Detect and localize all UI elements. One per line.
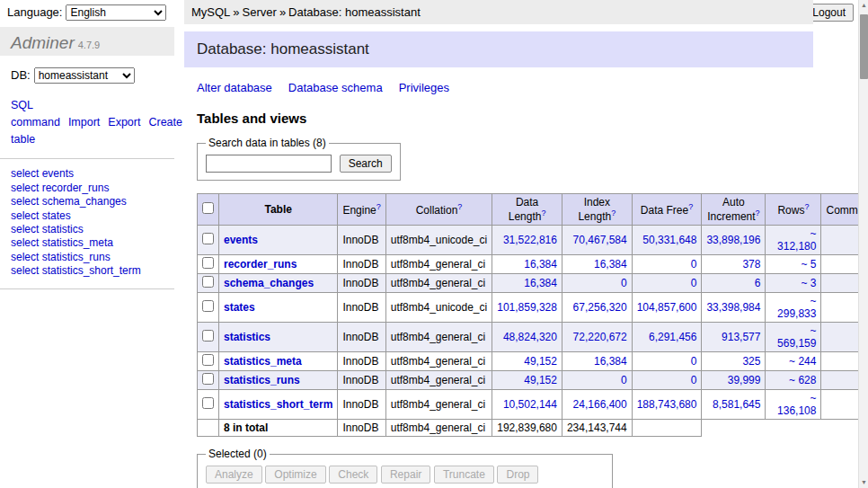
data-free-link[interactable]: 104,857,600 [637,301,697,314]
sidebar-action-sql-command[interactable]: SQL command [11,99,60,129]
help-link[interactable]: ? [541,209,545,217]
help-link[interactable]: ? [688,202,693,211]
scroll-up-arrow[interactable]: ▲ [859,0,868,11]
checkbox-cell [198,255,219,274]
row-checkbox-states[interactable] [202,300,214,312]
rows-count-link[interactable]: ~ 5 [801,258,816,271]
data-length-link[interactable]: 48,824,320 [503,331,557,343]
row-checkbox-statistics[interactable] [202,330,214,342]
help-link[interactable]: ? [756,209,760,217]
table-link-statistics[interactable]: statistics [224,331,270,343]
table-name-cell: recorder_runs [219,255,338,274]
data-length-link[interactable]: 16,384 [524,258,557,271]
auto-increment-link[interactable]: 33,898,196 [706,234,760,246]
table-link-statistics-runs[interactable]: statistics_runs [224,374,300,386]
data-free-link[interactable]: 0 [691,374,697,386]
help-link[interactable]: ? [804,202,809,211]
rows-count-link[interactable]: ~ 628 [789,374,816,386]
auto-increment-link[interactable]: 378 [742,258,760,271]
language-label: Language: [7,5,62,19]
auto-increment-cell: 325 [702,352,766,371]
row-checkbox-schema-changes[interactable] [202,276,214,288]
data-free-link[interactable]: 0 [691,355,697,368]
index-length-link[interactable]: 67,256,320 [573,301,627,314]
rows-count-link[interactable]: ~ 3 [801,277,816,289]
sidebar-action-import[interactable]: Import [68,116,100,129]
table-link-schema-changes[interactable]: schema_changes [224,277,314,289]
index-length-link[interactable]: 0 [621,277,627,289]
index-length-link[interactable]: 0 [621,374,627,386]
data-length-link[interactable]: 16,384 [524,277,557,289]
data-length-link[interactable]: 49,152 [524,374,557,386]
auto-increment-link[interactable]: 39,999 [728,374,761,386]
help-link[interactable]: ? [457,202,462,211]
scrollbar[interactable]: ▲ ▼ [858,0,868,488]
auto-increment-link[interactable]: 913,577 [722,331,760,343]
rows-count-link[interactable]: ~ 299,833 [777,295,816,320]
index-length-link[interactable]: 16,384 [594,258,627,271]
index-length-link[interactable]: 70,467,584 [573,234,627,246]
total-checkbox-cell [198,420,219,437]
index-length-link[interactable]: 16,384 [594,355,627,368]
selected-legend: Selected (0) [206,448,270,460]
select-all-checkbox[interactable] [202,202,214,214]
data-free-link[interactable]: 188,743,680 [637,398,697,411]
data-free-link[interactable]: 50,331,648 [642,234,696,246]
language-select[interactable]: English [66,4,166,21]
rows-count-cell: ~ 244 [766,352,821,371]
db-select[interactable]: homeassistant [34,67,135,84]
auto-increment-link[interactable]: 33,398,984 [706,301,760,314]
table-link-recorder-runs[interactable]: recorder_runs [224,258,297,271]
auto-increment-link[interactable]: 6 [755,277,761,289]
select-statistics-runs-link[interactable]: select statistics_runs [11,251,164,264]
row-checkbox-statistics-short-term[interactable] [202,397,214,409]
data-length-link[interactable]: 101,859,328 [497,301,557,314]
app-version[interactable]: 4.7.9 [78,40,100,50]
select-statistics-short-term-link[interactable]: select statistics_short_term [11,264,164,278]
data-free-link[interactable]: 0 [691,258,697,271]
app-name[interactable]: Adminer [11,33,75,52]
select-recorder-runs-link[interactable]: select recorder_runs [11,182,164,195]
select-statistics-meta-link[interactable]: select statistics_meta [11,236,164,250]
row-checkbox-recorder-runs[interactable] [202,257,214,269]
data-length-link[interactable]: 10,502,144 [503,398,557,411]
alter-database-link[interactable]: Alter database [197,81,272,94]
select-states-link[interactable]: select states [11,209,164,223]
row-checkbox-events[interactable] [202,233,214,244]
select-statistics-link[interactable]: select statistics [11,223,164,236]
breadcrumb-server[interactable]: Server [243,5,277,19]
rows-count-link[interactable]: ~ 136,108 [777,392,816,417]
auto-increment-link[interactable]: 8,581,645 [713,398,760,411]
index-length-link[interactable]: 72,220,672 [573,331,627,343]
data-free-link[interactable]: 0 [691,277,697,289]
checkbox-cell [198,371,219,390]
row-checkbox-statistics-meta[interactable] [202,354,214,366]
table-link-states[interactable]: states [224,301,255,314]
scroll-down-arrow[interactable]: ▼ [859,477,868,488]
breadcrumb-mysql[interactable]: MySQL [191,5,230,19]
database-schema-link[interactable]: Database schema [288,81,383,94]
help-link[interactable]: ? [611,209,616,217]
privileges-link[interactable]: Privileges [399,81,449,94]
data-length-link[interactable]: 49,152 [524,355,557,368]
data-length-link[interactable]: 31,522,816 [503,234,557,246]
rows-count-link[interactable]: ~ 244 [789,355,816,368]
rows-count-link[interactable]: ~ 312,180 [777,227,816,253]
auto-increment-link[interactable]: 325 [742,355,760,368]
table-link-statistics-meta[interactable]: statistics_meta [224,355,302,368]
rows-count-link[interactable]: ~ 569,159 [777,324,816,350]
table-link-events[interactable]: events [224,234,258,246]
index-length-link[interactable]: 24,166,400 [573,398,627,411]
data-free-link[interactable]: 6,291,456 [649,331,696,343]
sidebar-action-export[interactable]: Export [108,116,140,129]
table-link-statistics-short-term[interactable]: statistics_short_term [224,398,332,411]
search-fieldset: Search data in tables (8) Search [197,137,401,181]
search-button[interactable]: Search [340,155,392,173]
engine-cell: InnoDB [338,274,385,293]
scroll-thumb[interactable] [860,14,868,79]
row-checkbox-statistics-runs[interactable] [202,373,214,385]
select-events-link[interactable]: select events [11,167,164,181]
select-schema-changes-link[interactable]: select schema_changes [11,195,164,209]
search-input[interactable] [206,155,332,173]
help-link[interactable]: ? [376,202,381,211]
